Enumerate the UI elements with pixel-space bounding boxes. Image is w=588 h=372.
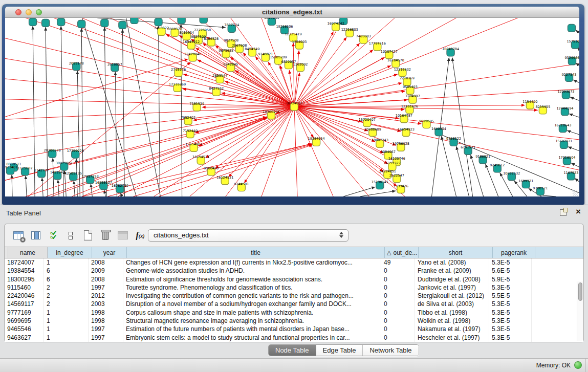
table-row[interactable]: 1872400712008Changes of HCN gene express… xyxy=(5,258,583,267)
graph-node-label: 9186021 xyxy=(475,155,490,159)
scrollbar-thumb[interactable] xyxy=(578,282,582,301)
graph-node[interactable] xyxy=(42,19,50,27)
cell-short: Hescheler et al. (1997) xyxy=(415,334,489,342)
new-table-button[interactable] xyxy=(80,228,96,243)
graph-node[interactable] xyxy=(29,18,37,26)
cell-out_de: 0 xyxy=(381,317,415,325)
tab-node-table[interactable]: Node Table xyxy=(269,345,316,356)
network-canvas[interactable]: 7463822886012889129342222605898275098186… xyxy=(5,18,579,196)
column-label: in_degree xyxy=(56,249,83,256)
graph-node-label: 9899695 xyxy=(419,119,434,123)
cell-out_de: 0 xyxy=(381,309,415,317)
table-panel: Table Panel × ▫✓▫✓ xyxy=(0,205,588,358)
column-header-short[interactable]: short xyxy=(419,247,493,258)
column-header-pagerank[interactable]: pagerank xyxy=(493,247,535,258)
cell-pagerank: 5.5E-5 xyxy=(489,292,532,300)
cell-out_de: 0 xyxy=(381,267,415,275)
float-panel-icon[interactable] xyxy=(560,209,567,216)
graph-node-label: 9084067 xyxy=(381,150,396,154)
vertical-scrollbar[interactable] xyxy=(577,281,583,341)
window-resize-grip[interactable] xyxy=(573,190,578,195)
graph-node-label: 2210369 xyxy=(400,76,415,80)
graph-node-label: 16648784 xyxy=(442,47,459,51)
graph-node-label: 9227343 xyxy=(561,73,576,77)
table-row[interactable]: 946554611997Estimation of the future num… xyxy=(5,325,583,333)
cytoscape-app: citations_edges.txt 74638228860128891293… xyxy=(0,0,588,372)
graph-node[interactable] xyxy=(130,18,138,24)
close-panel-icon[interactable]: × xyxy=(576,207,581,217)
cell-pagerank: 5.3E-5 xyxy=(489,300,532,308)
graph-node-label: 2718176 xyxy=(171,68,186,72)
graph-node-label: 1689321 xyxy=(518,179,533,183)
table-row[interactable]: 1938455462009Genome-wide association stu… xyxy=(5,267,583,275)
cell-pagerank: 5.3E-5 xyxy=(489,325,532,333)
function-builder-button[interactable]: f(x) xyxy=(133,228,148,243)
graph-node-label: 16782759 xyxy=(112,184,128,188)
graph-node-label: 16958107 xyxy=(95,181,112,185)
table-select-dropdown[interactable]: citations_edges.txt xyxy=(148,229,349,242)
cell-name: 9115460 xyxy=(5,283,44,292)
cell-title: Estimation of the future numbers of pati… xyxy=(123,325,381,333)
table-row[interactable]: 1456911722003Disruption of a novel membe… xyxy=(5,300,583,308)
graph-node[interactable] xyxy=(155,18,162,26)
graph-node-label: 17359928 xyxy=(67,149,84,153)
graph-node-label: 8912934 xyxy=(179,31,194,35)
table-row[interactable]: 2242004622012Investigating the contribut… xyxy=(5,292,583,300)
graph-node-label: 12116632 xyxy=(394,68,411,72)
graph-node[interactable] xyxy=(101,19,108,27)
cell-name: 9465546 xyxy=(5,325,44,333)
column-header-out_de[interactable]: △out_de... xyxy=(385,247,419,258)
select-rows-button[interactable]: ▫✓▫✓ xyxy=(46,228,61,243)
graph-node-label: 7485083 xyxy=(356,34,371,38)
graph-node-label: 22420046 xyxy=(184,52,201,56)
graph-node-label: 12325419 xyxy=(285,32,301,36)
column-label: out_de... xyxy=(393,249,417,256)
table-row[interactable]: 946362711997Embryonic stem cells: a mode… xyxy=(5,334,583,342)
graph-node[interactable] xyxy=(200,18,207,23)
graph-node-label: 2055178 xyxy=(69,61,84,65)
cell-pagerank: 5.6E-5 xyxy=(489,267,532,275)
cell-out_de: 0 xyxy=(381,325,415,333)
table-row[interactable]: 1830029562008Estimation of significance … xyxy=(5,275,583,283)
network-window-titlebar[interactable]: citations_edges.txt xyxy=(5,7,579,18)
column-visibility-button[interactable] xyxy=(28,228,43,243)
graph-node-label: 7381539 xyxy=(189,102,204,106)
table-row[interactable]: 969969511998Structural magnetic resonanc… xyxy=(5,317,583,325)
cell-title: Embryonic stem cells: a model to study s… xyxy=(123,334,381,342)
memory-status-label: Memory: OK xyxy=(536,362,571,369)
window-title: citations_edges.txt xyxy=(5,8,579,16)
graph-node-label: 2803144 xyxy=(212,74,227,78)
row-header-strip xyxy=(5,247,8,258)
graph-node-label: 1733426 xyxy=(394,184,408,188)
column-label: name xyxy=(20,249,35,256)
cell-out_de: 0 xyxy=(381,275,415,283)
graph-node-label: 8427552 xyxy=(209,86,224,91)
delete-table-button[interactable] xyxy=(98,228,113,243)
graph-node-label: 16151327 xyxy=(384,161,401,165)
column-header-title[interactable]: title xyxy=(127,247,385,258)
graph-node-label: 12505135 xyxy=(65,171,82,176)
tab-network-table[interactable]: Network Table xyxy=(363,345,418,356)
cell-name: 18300295 xyxy=(5,275,44,283)
graph-node-label: 10164787 xyxy=(396,114,412,118)
table-toolbar: ▫✓▫✓ f(x) citations_edges.tx xyxy=(5,224,583,247)
graph-node[interactable] xyxy=(57,18,65,26)
table-row[interactable]: 977716911998Corpus callosum shape and si… xyxy=(5,309,583,317)
column-header-year[interactable]: year xyxy=(92,247,127,258)
cell-short: Nakamura et al. (1997) xyxy=(415,325,489,333)
graph-node[interactable] xyxy=(178,18,185,24)
tab-edge-table[interactable]: Edge Table xyxy=(316,345,363,356)
column-header-name[interactable]: name xyxy=(8,247,48,258)
graph-node[interactable] xyxy=(568,24,575,32)
graph-node-label: 1362092 xyxy=(293,62,308,67)
row-height-button[interactable] xyxy=(63,228,78,243)
graph-node[interactable] xyxy=(78,20,85,28)
cell-short: Franke et al. (2009) xyxy=(415,267,489,275)
graph-node[interactable] xyxy=(119,21,126,29)
table-row[interactable]: 911546021997Tourette syndrome. Phenomeno… xyxy=(5,283,583,292)
cell-in_degree: 1 xyxy=(44,309,89,317)
column-header-in_degree[interactable]: in_degree xyxy=(48,247,92,258)
table-settings-button[interactable] xyxy=(11,228,26,243)
import-table-button[interactable] xyxy=(115,228,130,243)
graph-node-label: 15720407 xyxy=(359,118,376,122)
